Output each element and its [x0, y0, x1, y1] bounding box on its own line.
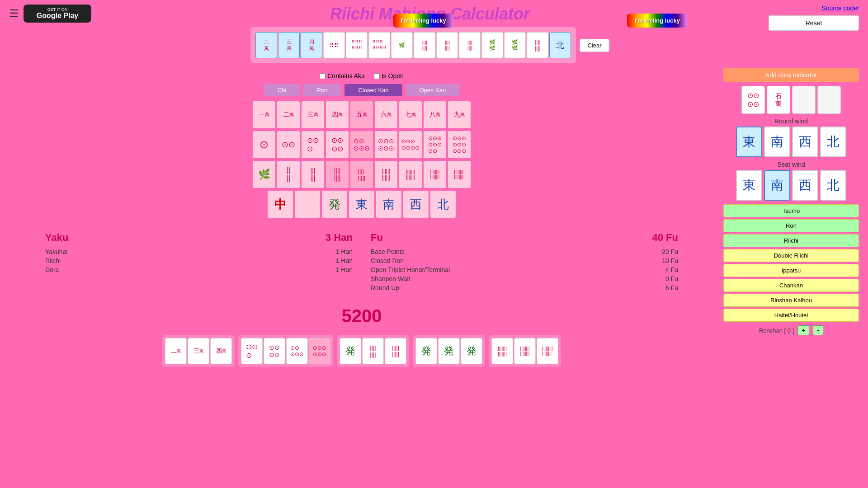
- picker-5p[interactable]: ⊙⊙⊙⊙⊙: [350, 131, 373, 159]
- picker-1s[interactable]: 🌿: [252, 160, 276, 188]
- picker-1p[interactable]: ⊙: [252, 131, 276, 159]
- bottom-tile-12[interactable]: 発: [438, 338, 460, 364]
- seat-wind-east[interactable]: 東: [736, 170, 762, 201]
- seat-wind-north[interactable]: 北: [820, 170, 846, 201]
- picker-7p[interactable]: ⊙⊙⊙⊙⊙⊙⊙: [399, 131, 422, 159]
- hand-tile-1[interactable]: 二萬: [255, 32, 277, 58]
- picker-3p[interactable]: ⊙⊙⊙: [301, 131, 325, 159]
- bottom-tile-2[interactable]: 三萬: [188, 338, 209, 364]
- picker-4p[interactable]: ⊙⊙⊙⊙: [326, 131, 349, 159]
- bottom-tile-16[interactable]: |||||||||||||||||: [537, 338, 558, 364]
- contains-aka-checkbox[interactable]: [320, 73, 326, 79]
- hand-tile-7[interactable]: 🌿: [391, 32, 413, 58]
- picker-chun[interactable]: 中: [267, 190, 293, 218]
- picker-9s[interactable]: |||||||||||||||||: [448, 160, 471, 188]
- haitei-button[interactable]: Haitei/Houtei: [723, 309, 859, 322]
- bottom-tile-6[interactable]: ⊙⊙⊙⊙⊙: [286, 338, 308, 364]
- bottom-tile-15[interactable]: ||||||||||||||||: [514, 338, 536, 364]
- hand-tile-3[interactable]: 四萬: [301, 32, 322, 58]
- bottom-tile-1[interactable]: 二萬: [165, 338, 187, 364]
- picker-4s[interactable]: ||||||||: [326, 160, 349, 188]
- picker-west[interactable]: 西: [403, 190, 429, 218]
- round-wind-east[interactable]: 東: [736, 127, 762, 157]
- picker-6p[interactable]: ⊙⊙⊙⊙⊙⊙: [374, 131, 398, 159]
- picker-hatsu[interactable]: 発: [321, 190, 348, 218]
- hand-tile-14[interactable]: 北: [549, 32, 571, 58]
- dora-tile-4[interactable]: [817, 86, 841, 114]
- picker-5m[interactable]: 五萬: [350, 101, 373, 129]
- contains-aka-label[interactable]: Contains Aka: [320, 72, 365, 80]
- dora-tile-3[interactable]: [792, 86, 816, 114]
- reset-button[interactable]: Reset: [769, 15, 859, 31]
- picker-1m[interactable]: 一萬: [252, 101, 276, 129]
- google-play-badge[interactable]: GET IT ON Google Play: [24, 5, 91, 23]
- picker-9p[interactable]: ⊙⊙⊙⊙⊙⊙⊙⊙⊙: [448, 131, 471, 159]
- hand-tile-2[interactable]: 三萬: [278, 32, 300, 58]
- hand-tile-8[interactable]: ||||||||: [414, 32, 435, 58]
- feeling-lucky-button-2[interactable]: I'm feeling lucky: [393, 14, 453, 28]
- hand-tile-9[interactable]: ||||||||: [436, 32, 458, 58]
- picker-8s[interactable]: ||||||||||||||||: [423, 160, 447, 188]
- picker-3m[interactable]: 三萬: [301, 101, 325, 129]
- picker-4m[interactable]: 四萬: [326, 101, 349, 129]
- open-kan-button[interactable]: Open Kan: [406, 84, 460, 96]
- hand-tile-13[interactable]: ||||||||: [527, 32, 548, 58]
- hand-tile-11[interactable]: 🌿🌿: [481, 32, 503, 58]
- bottom-tile-11[interactable]: 発: [415, 338, 437, 364]
- picker-2s[interactable]: ||||: [277, 160, 300, 188]
- double-riichi-button[interactable]: Double Riichi: [723, 249, 859, 262]
- picker-haku[interactable]: [294, 190, 321, 218]
- picker-9m[interactable]: 九萬: [448, 101, 471, 129]
- renchan-minus-button[interactable]: -: [813, 325, 823, 335]
- riichi-button[interactable]: Riichi: [723, 234, 859, 247]
- bottom-tile-5[interactable]: ⊙⊙⊙⊙: [264, 338, 285, 364]
- hand-tile-12[interactable]: 🌿🌿: [504, 32, 526, 58]
- picker-8p[interactable]: ⊙⊙⊙⊙⊙⊙⊙⊙: [423, 131, 447, 159]
- bottom-tile-8[interactable]: 発: [340, 338, 361, 364]
- picker-6m[interactable]: 六萬: [374, 101, 398, 129]
- chankan-button[interactable]: Chankan: [723, 279, 859, 292]
- picker-6s[interactable]: ||||||||||||: [374, 160, 398, 188]
- picker-2m[interactable]: 二萬: [277, 101, 300, 129]
- closed-kan-button[interactable]: Closed Kan: [344, 84, 402, 96]
- bottom-tile-4[interactable]: ⊙⊙⊙: [241, 338, 263, 364]
- bottom-tile-13[interactable]: 発: [461, 338, 482, 364]
- renchan-plus-button[interactable]: +: [797, 325, 809, 335]
- tsumo-button[interactable]: Tsumo: [723, 204, 859, 217]
- source-code-link[interactable]: Source code!: [822, 5, 859, 12]
- hand-tile-6[interactable]: ⠿⠿⠿⠿⠿⠿⠿: [368, 32, 390, 58]
- ron-button[interactable]: Ron: [723, 219, 859, 232]
- bottom-tile-9[interactable]: ||||||||: [362, 338, 384, 364]
- rinshan-button[interactable]: Rinshan Kaihou: [723, 294, 859, 307]
- clear-button[interactable]: Clear: [580, 39, 609, 52]
- pon-button[interactable]: Pon: [303, 84, 341, 96]
- hand-tile-10[interactable]: ||||||||: [459, 32, 481, 58]
- picker-2p[interactable]: ⊙⊙: [277, 131, 300, 159]
- picker-8m[interactable]: 八萬: [423, 101, 447, 129]
- picker-east[interactable]: 東: [349, 190, 375, 218]
- is-open-label[interactable]: Is Open: [374, 72, 404, 80]
- hand-tile-5[interactable]: ⠿⠿⠿⠿⠿⠿: [346, 32, 368, 58]
- ippatsu-button[interactable]: Ippatsu: [723, 264, 859, 277]
- picker-north[interactable]: 北: [430, 190, 456, 218]
- picker-south[interactable]: 南: [376, 190, 402, 218]
- hamburger-button[interactable]: ☰: [9, 7, 19, 20]
- chi-button[interactable]: Chi: [264, 84, 300, 96]
- round-wind-south[interactable]: 南: [764, 127, 790, 157]
- round-wind-west[interactable]: 西: [792, 127, 818, 157]
- picker-5s[interactable]: |||||||||: [350, 160, 373, 188]
- add-dora-button[interactable]: Add dora Indicator: [723, 68, 859, 82]
- picker-7s[interactable]: ||||||||||||||: [399, 160, 422, 188]
- feeling-lucky-button[interactable]: I'm feeling lucky: [627, 14, 687, 28]
- bottom-tile-10[interactable]: ||||||||||: [385, 338, 406, 364]
- is-open-checkbox[interactable]: [374, 73, 380, 79]
- bottom-tile-3[interactable]: 四萬: [210, 338, 232, 364]
- dora-tile-1[interactable]: ⊙⊙⊙⊙: [741, 86, 765, 114]
- picker-7m[interactable]: 七萬: [399, 101, 422, 129]
- bottom-tile-7[interactable]: ⊙⊙⊙⊙⊙⊙: [309, 338, 330, 364]
- seat-wind-west[interactable]: 西: [792, 170, 818, 201]
- hand-tile-4[interactable]: ⠿⠿: [323, 32, 345, 58]
- bottom-tile-14[interactable]: ||||||||||||||: [491, 338, 513, 364]
- seat-wind-south[interactable]: 南: [764, 170, 790, 201]
- picker-3s[interactable]: ||||||: [301, 160, 325, 188]
